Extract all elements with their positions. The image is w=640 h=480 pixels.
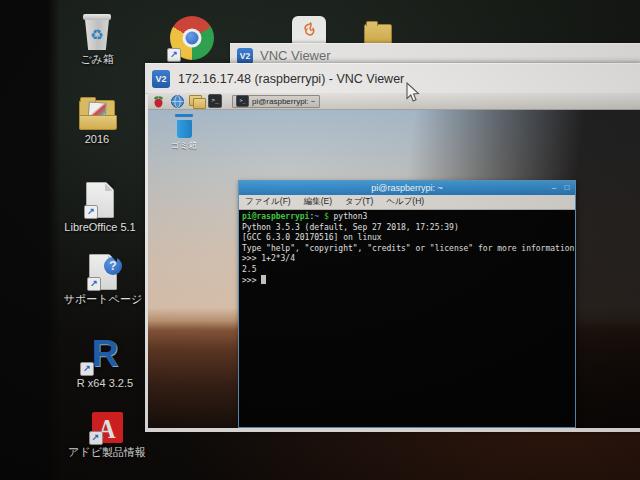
repl-input-line: >>> 1+2*3/4 — [242, 254, 572, 265]
menu-tabs[interactable]: タブ(T) — [345, 196, 373, 208]
background-window-title: VNC Viewer — [260, 48, 331, 64]
output-line: [GCC 6.3.0 20170516] on linux — [242, 233, 572, 244]
adobe-logo-icon: A ↗ — [92, 412, 123, 443]
icon-label: R x64 3.2.5 — [77, 377, 133, 389]
repl-result-line: 2.5 — [242, 265, 572, 276]
minimize-button[interactable] — [550, 183, 558, 193]
icon-label: 2016 — [85, 133, 109, 145]
repl-prompt: >>> — [242, 276, 261, 285]
page-fold — [108, 255, 116, 263]
maximize-button[interactable] — [563, 183, 571, 193]
prompt-user: pi@raspberrypi — [242, 212, 309, 221]
trash-lid — [175, 114, 193, 117]
mouse-cursor-icon — [405, 82, 421, 108]
vnc-logo-icon: V2 — [237, 48, 253, 64]
terminal-glyph: >_ — [208, 94, 222, 108]
shortcut-arrow-icon: ↗ — [89, 431, 103, 445]
output-line: Python 3.5.3 (default, Sep 27 2018, 17:2… — [242, 223, 572, 234]
recycle-symbol-icon: ♻ — [90, 26, 103, 44]
icon-label: アドビ製品情報 — [68, 446, 146, 458]
monitor-photo: ♻ ごみ箱 2016 ↗ LibreOffice 5.1 ? ↗ サポートページ… — [0, 0, 640, 480]
terminal-glyph: >_ — [236, 95, 249, 107]
text-cursor — [261, 275, 266, 284]
document-icon: ↗ — [86, 182, 114, 218]
shortcut-arrow-icon: ↗ — [84, 205, 98, 219]
folder-front — [79, 115, 117, 130]
shortcut-arrow-icon: ↗ — [80, 362, 94, 376]
shortcut-arrow-icon: ↗ — [87, 277, 101, 291]
pi-trash-icon[interactable]: ゴミ箱 — [163, 114, 205, 152]
shortcut-arrow-icon: ↗ — [167, 48, 181, 62]
desktop-icon-support-page[interactable]: ? ↗ サポートページ — [48, 254, 158, 305]
web-browser-icon[interactable] — [170, 95, 184, 108]
raspberry-pi-screen: >_ >_ pi@raspberrypi: ~ ゴミ箱 pi@ra — [148, 93, 640, 428]
raspberry-menu-icon[interactable] — [151, 95, 165, 108]
r-letter: R — [92, 333, 119, 374]
vnc-logo-icon: V2 — [152, 70, 170, 88]
flame-glyph-icon — [300, 22, 318, 42]
question-mark-icon: ? — [104, 257, 122, 275]
prompt-dollar: $ — [319, 212, 333, 221]
desktop-icon-libreoffice[interactable]: ↗ LibreOffice 5.1 — [45, 182, 155, 233]
trash-can — [177, 120, 192, 138]
recycle-bin-body: ♻ — [84, 20, 110, 50]
folder-icon — [79, 100, 115, 130]
menu-file[interactable]: ファイル(F) — [245, 196, 291, 208]
icon-label: ごみ箱 — [80, 53, 114, 65]
desktop-icon-recycle-bin[interactable]: ♻ ごみ箱 — [42, 14, 152, 65]
trash-label: ゴミ箱 — [171, 140, 197, 152]
terminal-output[interactable]: pi@raspberrypi:~ $ python3 Python 3.5.3 … — [239, 210, 575, 427]
terminal-menubar: ファイル(F) 編集(E) タブ(T) ヘルプ(H) — [239, 195, 575, 210]
terminal-window: pi@raspberrypi: ~ ファイル(F) 編集(E) タブ(T) ヘル… — [238, 180, 576, 428]
prompt-line: pi@raspberrypi:~ $ python3 — [242, 212, 572, 223]
icon-label: サポートページ — [64, 293, 142, 305]
desktop-icon-folder-2016[interactable]: 2016 — [42, 100, 152, 145]
menu-help[interactable]: ヘルプ(H) — [386, 196, 424, 208]
chrome-center-dot — [186, 32, 199, 45]
terminal-launcher-icon[interactable]: >_ — [208, 95, 222, 108]
vnc-session-window: V2 172.16.17.48 (raspberrypi) - VNC View… — [145, 63, 640, 432]
r-logo-icon: R ↗ — [83, 334, 127, 374]
folders-glyph — [189, 95, 203, 107]
output-line: Type "help", "copyright", "credits" or "… — [242, 244, 572, 255]
vnc-window-title: 172.16.17.48 (raspberrypi) - VNC Viewer — [178, 72, 404, 86]
command-text: python3 — [334, 212, 368, 221]
vnc-window-titlebar[interactable]: V2 172.16.17.48 (raspberrypi) - VNC View… — [145, 64, 640, 94]
page-fold — [105, 183, 113, 191]
terminal-titlebar[interactable]: pi@raspberrypi: ~ — [239, 181, 575, 195]
menu-edit[interactable]: 編集(E) — [304, 196, 332, 208]
taskbar-terminal-button[interactable]: >_ pi@raspberrypi: ~ — [232, 95, 320, 108]
recycle-bin-lid — [83, 14, 111, 20]
taskbar-button-label: pi@raspberrypi: ~ — [252, 97, 315, 106]
terminal-title: pi@raspberrypi: ~ — [268, 183, 546, 193]
pi-taskbar: >_ >_ pi@raspberrypi: ~ — [148, 93, 640, 110]
file-manager-icon[interactable] — [189, 95, 203, 108]
recycle-bin-icon: ♻ — [82, 14, 112, 50]
desktop-icon-r[interactable]: R ↗ R x64 3.2.5 — [50, 334, 160, 389]
pi-desktop-wallpaper: ゴミ箱 pi@raspberrypi: ~ ファイル(F) 編集(E — [148, 110, 640, 428]
chrome-icon: ↗ — [170, 16, 214, 60]
help-document-icon: ? ↗ — [89, 254, 117, 290]
icon-label: LibreOffice 5.1 — [64, 221, 135, 233]
repl-prompt-line: >>> — [242, 275, 572, 287]
